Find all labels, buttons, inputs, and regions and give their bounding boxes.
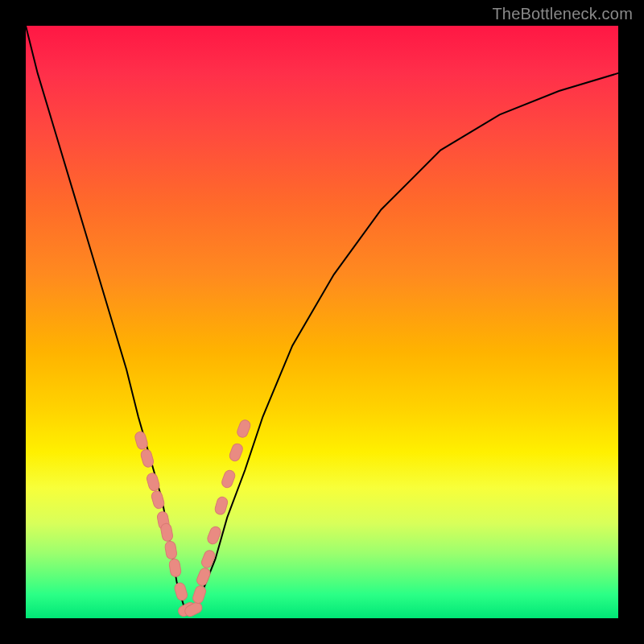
svg-rect-11 <box>192 584 207 605</box>
curve-layer <box>26 26 618 613</box>
marker <box>151 489 166 510</box>
marker <box>168 558 181 577</box>
svg-rect-2 <box>146 472 161 492</box>
marker <box>192 584 207 605</box>
marker <box>160 522 174 542</box>
marker <box>140 448 155 469</box>
marker <box>221 469 237 489</box>
bottleneck-curve <box>26 26 618 613</box>
svg-rect-5 <box>160 522 174 542</box>
svg-rect-8 <box>173 581 188 601</box>
svg-rect-1 <box>140 448 155 469</box>
marker <box>146 472 161 492</box>
marker <box>228 442 244 462</box>
svg-rect-16 <box>221 469 237 489</box>
svg-rect-6 <box>164 540 177 559</box>
plot-area <box>26 26 618 618</box>
chart-frame: TheBottleneck.com <box>0 0 644 644</box>
marker <box>173 581 188 601</box>
svg-rect-12 <box>196 567 212 587</box>
watermark-text: TheBottleneck.com <box>492 5 633 23</box>
svg-rect-0 <box>134 431 149 451</box>
marker-layer <box>134 419 252 618</box>
svg-rect-17 <box>228 442 244 462</box>
svg-rect-15 <box>214 496 229 516</box>
marker <box>164 540 177 559</box>
marker <box>214 496 229 516</box>
svg-rect-13 <box>200 549 217 569</box>
svg-rect-7 <box>168 558 181 577</box>
svg-rect-18 <box>236 419 252 439</box>
svg-rect-3 <box>151 489 166 510</box>
marker <box>200 549 217 569</box>
chart-svg <box>26 26 618 618</box>
marker <box>196 567 212 587</box>
marker <box>236 419 252 439</box>
marker <box>134 431 149 451</box>
